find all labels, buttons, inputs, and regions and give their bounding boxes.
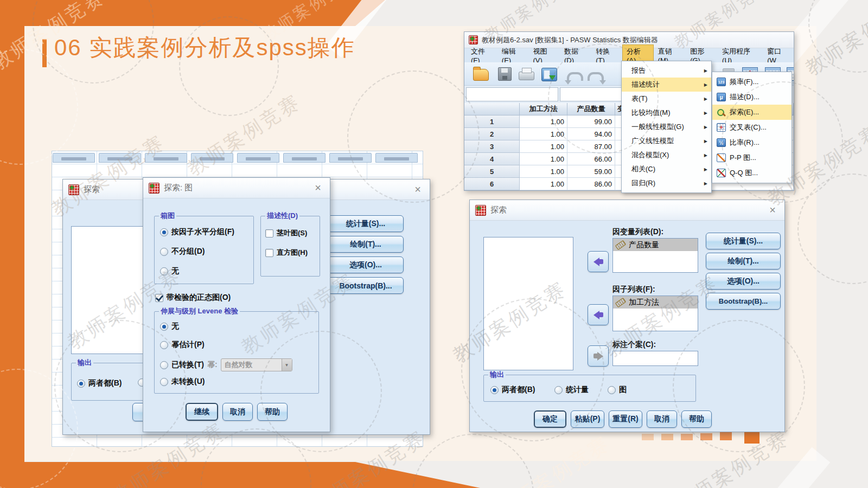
- cell[interactable]: 1.00: [520, 178, 567, 190]
- menu-item-correlate[interactable]: 相关(C)▶: [622, 162, 711, 176]
- cell[interactable]: 59.00: [567, 165, 615, 178]
- radio-both[interactable]: [490, 386, 499, 394]
- redo-icon[interactable]: [586, 65, 603, 82]
- cell[interactable]: 66.00: [567, 153, 615, 165]
- ok-button[interactable]: 确定: [534, 410, 566, 428]
- power-dropdown[interactable]: 自然对数 ▼: [221, 358, 292, 371]
- submenu-item-pp-plots[interactable]: P-P 图...: [712, 150, 792, 165]
- submenu-arrow-icon: ▶: [704, 125, 707, 130]
- column-header[interactable]: 产品数量: [567, 103, 615, 115]
- submenu-item-qq-plots[interactable]: Q-Q 图...: [712, 165, 792, 181]
- statistics-button[interactable]: 统计量(S)...: [328, 215, 404, 232]
- radio-untransformed[interactable]: [160, 378, 168, 386]
- menu-item-glm[interactable]: 一般线性模型(G)▶: [622, 120, 711, 134]
- move-factor-button[interactable]: [588, 304, 609, 325]
- background-grid-header: [53, 153, 422, 163]
- page-title: 06 实践案例分析及spss操作: [54, 33, 355, 63]
- radio-levene-none[interactable]: [160, 323, 168, 331]
- close-icon[interactable]: ×: [412, 184, 423, 195]
- cell[interactable]: 87.00: [567, 140, 615, 153]
- move-case-label-button[interactable]: [588, 345, 609, 367]
- row-number[interactable]: 6: [464, 178, 520, 190]
- radio-statistics[interactable]: [554, 386, 563, 394]
- case-label-input[interactable]: [612, 351, 698, 366]
- menu-item-regression[interactable]: 回归(R)▶: [622, 176, 711, 190]
- group-label: 描述性(D): [265, 211, 299, 220]
- menu-item-reports[interactable]: 报告▶: [622, 63, 711, 78]
- menu-item-compare-means[interactable]: 比较均值(M)▶: [622, 106, 711, 120]
- reset-button[interactable]: 重置(R): [609, 410, 642, 428]
- row-number[interactable]: 4: [464, 153, 520, 165]
- cell[interactable]: 1.00: [520, 153, 567, 165]
- row-number[interactable]: 5: [464, 165, 520, 178]
- menu-item-tables[interactable]: 表(T)▶: [622, 92, 711, 106]
- output-group: 输出 两者都(B) 统计量 图: [483, 375, 696, 402]
- cell[interactable]: 99.00: [567, 115, 615, 128]
- radio-power-estimation[interactable]: [160, 341, 168, 349]
- cancel-button[interactable]: 取消: [647, 410, 677, 428]
- submenu-item-descriptives[interactable]: μ描述(D)...: [712, 89, 792, 105]
- factor-list[interactable]: 加工方法: [612, 296, 698, 331]
- menu-item-generalized[interactable]: 广义线性模型▶: [622, 134, 711, 148]
- plots-button[interactable]: 绘制(T)...: [706, 253, 781, 269]
- move-dependent-button[interactable]: [588, 251, 609, 272]
- orange-left-band: [0, 0, 24, 488]
- dialog-titlebar[interactable]: 探索: [470, 200, 784, 221]
- bootstrap-button[interactable]: Bootstrap(B)...: [328, 277, 404, 294]
- row-number[interactable]: 2: [464, 128, 520, 140]
- row-number[interactable]: 1: [464, 115, 520, 128]
- cancel-button[interactable]: 取消: [222, 403, 253, 421]
- radio-factor-levels[interactable]: [160, 228, 168, 236]
- stem-leaf-checkbox[interactable]: [265, 229, 273, 237]
- cell[interactable]: 1.00: [520, 165, 567, 178]
- spss-dialog-icon: [149, 183, 159, 194]
- radio-none[interactable]: [160, 267, 168, 275]
- cell[interactable]: 1.00: [520, 140, 567, 153]
- dialog-titlebar[interactable]: 探索: 图: [143, 178, 330, 198]
- options-button[interactable]: 选项(O)...: [328, 256, 404, 273]
- radio-dependents[interactable]: [160, 248, 168, 256]
- radio-plots[interactable]: [608, 386, 616, 394]
- paste-button[interactable]: 粘贴(P): [571, 410, 604, 428]
- list-item-selected[interactable]: 加工方法: [613, 296, 698, 309]
- cell[interactable]: 1.00: [520, 115, 567, 128]
- help-button[interactable]: 帮助: [257, 403, 288, 421]
- cell[interactable]: 86.00: [567, 178, 615, 190]
- close-icon[interactable]: ×: [312, 182, 323, 193]
- radio-both[interactable]: [77, 380, 85, 388]
- arrow-left-icon: [599, 312, 603, 317]
- normality-checkbox[interactable]: [155, 294, 163, 302]
- column-header[interactable]: 加工方法: [520, 103, 567, 115]
- cell[interactable]: 1.00: [520, 128, 567, 140]
- plots-button[interactable]: 绘制(T)...: [328, 236, 404, 253]
- dependent-list[interactable]: 产品数量: [612, 238, 698, 273]
- list-item-selected[interactable]: 产品数量: [613, 239, 698, 251]
- options-button[interactable]: 选项(O)...: [706, 273, 781, 290]
- cell-reference-input[interactable]: [466, 87, 558, 101]
- close-icon[interactable]: ×: [767, 204, 778, 215]
- statistics-button[interactable]: 统计量(S)...: [706, 233, 781, 249]
- menu-item-descriptives[interactable]: 描述统计▶: [622, 78, 711, 92]
- submenu-item-explore[interactable]: 探索(E)...: [712, 105, 792, 120]
- recall-dialogs-icon[interactable]: [540, 65, 558, 82]
- submenu-item-crosstabs[interactable]: +交叉表(C)...: [712, 120, 792, 135]
- submenu-item-frequencies[interactable]: 123频率(F)...: [712, 74, 792, 89]
- cell[interactable]: 94.00: [567, 128, 615, 140]
- save-icon[interactable]: [496, 65, 513, 82]
- submenu-item-ratio[interactable]: ½比率(R)...: [712, 135, 792, 150]
- submenu-arrow-icon: ▶: [704, 181, 707, 186]
- row-number[interactable]: 3: [464, 140, 520, 153]
- histogram-checkbox[interactable]: [265, 249, 273, 257]
- variable-source-list[interactable]: [483, 237, 573, 370]
- undo-icon[interactable]: [565, 65, 583, 82]
- open-file-icon[interactable]: [472, 65, 489, 82]
- checkbox-label: 直方图(H): [277, 248, 308, 258]
- continue-button[interactable]: 继续: [186, 403, 218, 421]
- dependent-list-label: 因变量列表(D):: [612, 227, 663, 237]
- menu-item-mixed-models[interactable]: 混合模型(X)▶: [622, 148, 711, 162]
- radio-label: 幂估计(P): [171, 340, 205, 350]
- help-button[interactable]: 帮助: [681, 410, 712, 428]
- bootstrap-button[interactable]: Bootstrap(B)...: [706, 293, 781, 310]
- print-icon[interactable]: [518, 65, 535, 82]
- radio-transformed[interactable]: [160, 361, 168, 369]
